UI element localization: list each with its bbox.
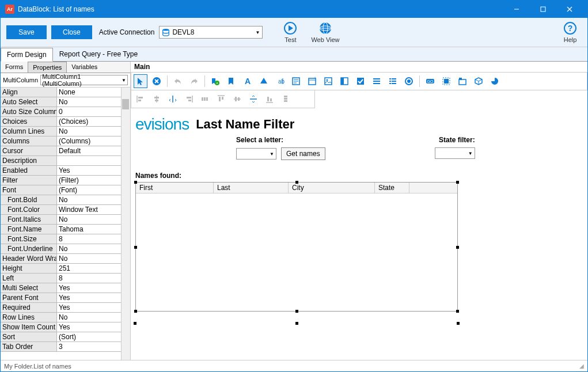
prop-value[interactable]: (Columns) — [57, 136, 130, 146]
prop-value[interactable]: Tahoma — [57, 225, 130, 234]
panel-tool[interactable] — [337, 74, 351, 88]
prop-value[interactable]: No — [57, 215, 130, 225]
align-top-button[interactable] — [214, 92, 228, 106]
grid-column-header[interactable]: State — [375, 183, 409, 193]
prop-name[interactable]: Height — [1, 264, 57, 274]
resize-grip[interactable]: ◢ — [579, 363, 584, 369]
delete-tool[interactable] — [150, 74, 164, 88]
prop-value[interactable]: 0 — [57, 107, 130, 117]
redo-button[interactable] — [187, 74, 201, 88]
distribute-v-button[interactable] — [279, 92, 293, 106]
prop-name[interactable]: Column Lines — [1, 127, 57, 136]
prop-name[interactable]: Font.Name — [1, 225, 57, 234]
get-names-button[interactable]: Get names — [281, 147, 325, 160]
radio-tool[interactable] — [402, 74, 416, 88]
prop-name[interactable]: Sort — [1, 332, 57, 342]
prop-name[interactable]: Font.Underline — [1, 244, 57, 254]
prop-name[interactable]: Auto Size Columns — [1, 107, 57, 117]
prop-value[interactable]: 3 — [57, 342, 130, 352]
prop-name[interactable]: Align — [1, 88, 57, 97]
distribute-h-button[interactable] — [198, 92, 212, 106]
grid-column-header[interactable]: Last — [214, 183, 289, 193]
center-v-button[interactable] — [246, 92, 260, 106]
button-tool[interactable]: GO — [423, 74, 437, 88]
prop-name[interactable]: Tab Order — [1, 342, 57, 352]
connection-dropdown[interactable]: DEVL8 ▼ — [159, 26, 263, 39]
prop-value[interactable]: Yes — [57, 283, 130, 293]
checkbox-tool[interactable] — [354, 74, 367, 88]
align-left-button[interactable] — [134, 92, 147, 106]
text-tool[interactable]: A — [241, 74, 255, 88]
prop-name[interactable]: Auto Select — [1, 97, 57, 107]
center-h-button[interactable] — [166, 92, 180, 106]
scrollbar-thumb[interactable] — [122, 99, 129, 109]
prop-name[interactable]: Description — [1, 156, 57, 166]
undo-button[interactable] — [171, 74, 185, 88]
close-datablock-button[interactable]: Close — [51, 25, 92, 39]
image-tool[interactable] — [321, 74, 335, 88]
minimize-button[interactable] — [503, 1, 530, 18]
list-tool[interactable] — [370, 74, 384, 88]
prop-value[interactable]: (Filter) — [57, 176, 130, 185]
tab-properties[interactable]: Properties — [28, 62, 67, 73]
memo-tool[interactable] — [289, 74, 303, 88]
align-right-button[interactable] — [182, 92, 196, 106]
add-band-tool[interactable]: + — [208, 74, 222, 88]
prop-name[interactable]: Parent Font — [1, 293, 57, 303]
save-button[interactable]: Save — [6, 25, 47, 39]
prop-name[interactable]: Header Word Wrap — [1, 254, 57, 264]
prop-value[interactable]: Yes — [57, 293, 130, 303]
prop-name[interactable]: Font — [1, 185, 57, 195]
close-button[interactable] — [556, 1, 583, 18]
prop-value[interactable]: Yes — [57, 303, 130, 313]
tab-forms[interactable]: Forms — [1, 62, 28, 73]
prop-value[interactable]: 8 — [57, 274, 130, 283]
shape-tool[interactable] — [257, 74, 271, 88]
band-tool[interactable] — [225, 74, 238, 88]
maximize-button[interactable] — [530, 1, 556, 18]
properties-grid[interactable]: AlignNoneAuto SelectNoAuto Size Columns0… — [1, 87, 130, 360]
prop-value[interactable]: No — [57, 254, 130, 264]
align-middle-button[interactable] — [230, 92, 244, 106]
prop-name[interactable]: Filter — [1, 176, 57, 185]
multicolumn-tool[interactable] — [386, 74, 400, 88]
prop-value[interactable]: Default — [57, 146, 130, 156]
state-dropdown[interactable]: ▼ — [435, 147, 475, 159]
prop-name[interactable]: Columns — [1, 136, 57, 146]
grid-column-header[interactable]: City — [289, 183, 375, 193]
grid-column-header[interactable]: First — [136, 183, 214, 193]
help-button[interactable]: ? Help — [559, 21, 582, 43]
prop-name[interactable]: Enabled — [1, 166, 57, 176]
prop-value[interactable]: 251 — [57, 264, 130, 274]
prop-value[interactable]: (Choices) — [57, 117, 130, 127]
prop-value[interactable]: Yes — [57, 166, 130, 176]
prop-name[interactable]: Font.Color — [1, 205, 57, 215]
prop-name[interactable]: Required — [1, 303, 57, 313]
prop-name[interactable]: Font.Size — [1, 234, 57, 244]
tab-variables[interactable]: Variables — [67, 62, 102, 73]
cube-tool[interactable] — [472, 74, 485, 88]
design-canvas[interactable]: evisions Last Name Filter Select a lette… — [131, 108, 587, 360]
letter-dropdown[interactable]: ▼ — [236, 148, 276, 160]
edit-tool[interactable]: ab — [273, 74, 287, 88]
prop-value[interactable]: No — [57, 127, 130, 136]
multicolumn-control[interactable]: FirstLastCityState — [135, 182, 458, 312]
align-center-h-button[interactable] — [150, 92, 164, 106]
tab-tool[interactable] — [456, 74, 469, 88]
prop-name[interactable]: Left — [1, 274, 57, 283]
prop-selector-dropdown[interactable]: MultiColumn1 (MultiColumn)▼ — [40, 75, 128, 85]
prop-value[interactable]: (Sort) — [57, 332, 130, 342]
chart-tool[interactable] — [488, 74, 502, 88]
webview-button[interactable]: Web View — [306, 21, 344, 43]
pointer-tool[interactable] — [134, 74, 147, 88]
tab-report-query[interactable]: Report Query - Free Type — [53, 47, 145, 61]
date-tool[interactable]: + — [305, 74, 319, 88]
properties-scrollbar[interactable] — [121, 88, 130, 360]
group-tool[interactable] — [439, 74, 453, 88]
prop-name[interactable]: Font.Italics — [1, 215, 57, 225]
prop-name[interactable]: Show Item Count — [1, 322, 57, 332]
prop-name[interactable]: Multi Select — [1, 283, 57, 293]
prop-value[interactable]: No — [57, 244, 130, 254]
prop-value[interactable]: None — [57, 88, 130, 97]
prop-value[interactable]: No — [57, 97, 130, 107]
